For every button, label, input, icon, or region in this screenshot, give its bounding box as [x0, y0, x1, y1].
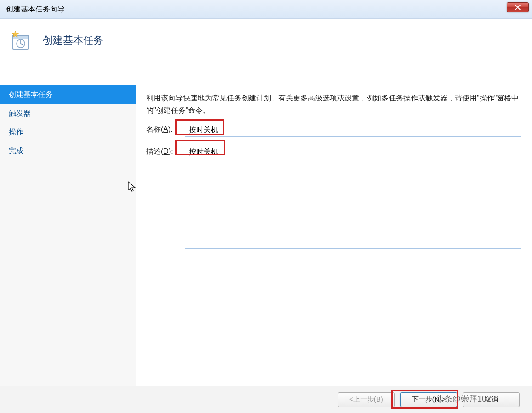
content-area: 创建基本任务 触发器 操作 完成 利用该向导快速地为常见任务创建计划。有关更多高… — [0, 85, 532, 386]
window-title: 创建基本任务向导 — [6, 5, 65, 14]
description-input[interactable] — [185, 145, 521, 249]
name-input[interactable] — [185, 123, 521, 137]
back-button[interactable]: <上一步(B) — [338, 392, 395, 407]
page-title: 创建基本任务 — [43, 30, 103, 47]
wizard-footer: <上一步(B) 下一步(N)> 取消 — [0, 386, 532, 413]
intro-text: 利用该向导快速地为常见任务创建计划。有关更多高级选项或设置，例如多任务操作或触发… — [146, 92, 521, 117]
sidebar-item-action[interactable]: 操作 — [0, 123, 136, 142]
wizard-header: 创建基本任务 — [0, 19, 532, 85]
next-button[interactable]: 下一步(N)> — [400, 392, 457, 407]
close-icon — [515, 5, 521, 10]
description-row: 描述(D): — [146, 145, 521, 249]
wizard-window: 创建基本任务向导 创建基本任务 创建基本任务 触发器 操作 完成 — [0, 0, 532, 413]
description-label: 描述(D): — [146, 145, 185, 156]
calendar-star-icon — [10, 30, 32, 52]
wizard-sidebar: 创建基本任务 触发器 操作 完成 — [0, 85, 136, 386]
main-panel: 利用该向导快速地为常见任务创建计划。有关更多高级选项或设置，例如多任务操作或触发… — [136, 85, 532, 386]
cancel-button[interactable]: 取消 — [463, 392, 520, 407]
name-row: 名称(A): — [146, 123, 521, 137]
titlebar: 创建基本任务向导 — [0, 0, 532, 19]
sidebar-item-finish[interactable]: 完成 — [0, 142, 136, 161]
name-label: 名称(A): — [146, 123, 185, 134]
sidebar-item-trigger[interactable]: 触发器 — [0, 104, 136, 123]
close-button[interactable] — [507, 2, 529, 12]
sidebar-item-create-task[interactable]: 创建基本任务 — [0, 85, 136, 104]
